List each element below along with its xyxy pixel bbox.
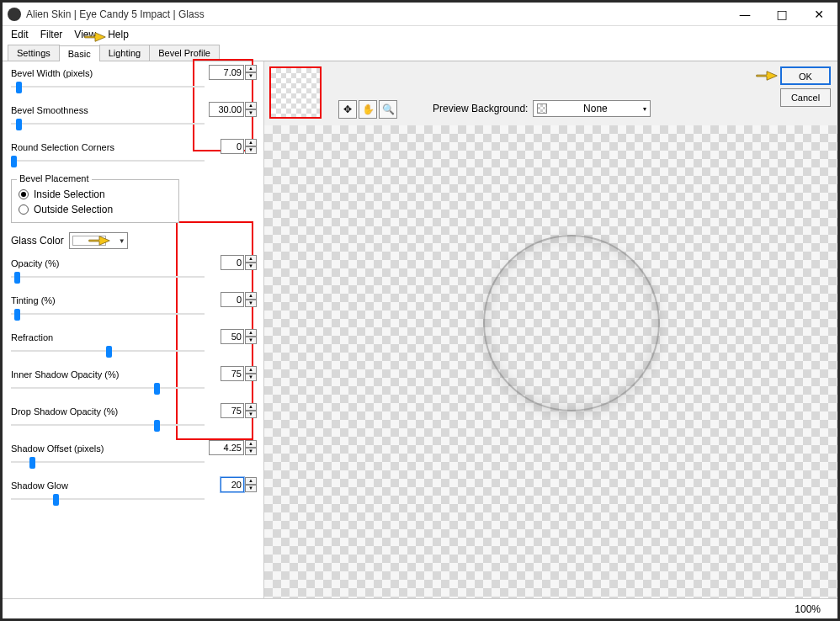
slider-thumb[interactable] <box>14 309 20 321</box>
spinner[interactable]: ▲▼ <box>245 366 257 381</box>
slider[interactable]: ▲▼ <box>11 117 255 130</box>
label: Refraction <box>11 332 255 342</box>
window-title: Alien Skin | Eye Candy 5 Impact | Glass <box>26 8 726 20</box>
preview-bg-label: Preview Background: <box>433 103 528 114</box>
value-input[interactable] <box>209 440 244 455</box>
tab-bevel-profile[interactable]: Bevel Profile <box>149 45 220 61</box>
value-input[interactable] <box>209 102 244 117</box>
spinner[interactable]: ▲▼ <box>245 477 257 492</box>
menu-filter[interactable]: Filter <box>40 29 63 40</box>
value-input[interactable] <box>221 329 244 344</box>
slider[interactable]: ▲▼ <box>11 270 255 284</box>
cancel-button[interactable]: Cancel <box>780 88 831 107</box>
spinner[interactable]: ▲▼ <box>245 292 257 307</box>
value-input[interactable] <box>209 65 244 80</box>
preview-bg-row: Preview Background: None ▾ <box>433 100 651 117</box>
value-input[interactable] <box>221 366 244 381</box>
maximize-button[interactable]: □ <box>763 3 800 25</box>
slider-track <box>11 424 205 426</box>
slider-thumb[interactable] <box>53 494 59 506</box>
tab-bar: Settings Basic Lighting Bevel Profile <box>3 43 837 61</box>
param-bevel-width: Bevel Width (pixels) ▲▼ <box>11 68 255 93</box>
slider[interactable]: ▲▼ <box>11 381 255 395</box>
app-icon <box>8 8 21 21</box>
slider-thumb[interactable] <box>29 457 35 469</box>
slider-track <box>11 276 205 278</box>
preview-thumbnail[interactable] <box>269 66 322 119</box>
spinner[interactable]: ▲▼ <box>245 139 257 154</box>
checker-icon <box>537 104 547 114</box>
glass-color-row: Glass Color <box>11 231 255 250</box>
glass-color-picker[interactable] <box>69 232 128 249</box>
preview-canvas[interactable] <box>264 125 837 598</box>
value-input[interactable] <box>221 477 244 492</box>
hand-tool-icon[interactable]: ✋ <box>359 100 377 119</box>
zoom-level: 100% <box>795 603 821 615</box>
slider-track <box>11 387 205 389</box>
app-window: Alien Skin | Eye Candy 5 Impact | Glass … <box>0 0 840 621</box>
param-round-corners: Round Selection Corners ▲▼ <box>11 142 255 167</box>
close-button[interactable]: ✕ <box>800 3 837 25</box>
slider-track <box>11 313 205 315</box>
slider[interactable]: ▲▼ <box>11 307 255 321</box>
label: Shadow Glow <box>11 480 255 491</box>
spinner[interactable]: ▲▼ <box>245 65 257 80</box>
param-bevel-smoothness: Bevel Smoothness ▲▼ <box>11 105 255 130</box>
cursor-pointer-icon <box>755 66 779 85</box>
slider-thumb[interactable] <box>154 383 160 395</box>
slider[interactable]: ▲▼ <box>11 455 255 469</box>
controls-panel: Bevel Width (pixels) ▲▼ Bevel Smoothness… <box>3 61 263 598</box>
preview-bg-combo[interactable]: None ▾ <box>533 100 651 117</box>
value-input[interactable] <box>221 292 244 307</box>
spinner[interactable]: ▲▼ <box>245 329 257 344</box>
menu-help[interactable]: Help <box>108 29 129 40</box>
slider[interactable]: ▲▼ <box>11 492 255 506</box>
content-area: Bevel Width (pixels) ▲▼ Bevel Smoothness… <box>3 61 837 598</box>
tab-basic[interactable]: Basic <box>59 45 100 61</box>
slider-thumb[interactable] <box>14 272 20 284</box>
radio-outside[interactable]: Outside Selection <box>19 204 172 215</box>
ok-button[interactable]: OK <box>780 66 831 85</box>
param-drop-shadow: Drop Shadow Opacity (%) ▲▼ <box>11 406 255 432</box>
spinner[interactable]: ▲▼ <box>245 440 257 455</box>
label: Drop Shadow Opacity (%) <box>11 406 255 417</box>
slider-thumb[interactable] <box>154 420 160 432</box>
move-tool-icon[interactable]: ✥ <box>338 100 357 119</box>
slider-thumb[interactable] <box>16 82 22 93</box>
value-input[interactable] <box>221 139 244 154</box>
param-tinting: Tinting (%) ▲▼ <box>11 295 255 321</box>
label: Opacity (%) <box>11 258 255 268</box>
zoom-tool-icon[interactable]: 🔍 <box>379 100 397 119</box>
radio-label: Inside Selection <box>34 188 105 200</box>
slider-thumb[interactable] <box>16 119 22 130</box>
label: Inner Shadow Opacity (%) <box>11 369 255 380</box>
spinner[interactable]: ▲▼ <box>245 403 257 418</box>
status-bar: 100% <box>3 598 837 618</box>
value-input[interactable] <box>221 255 244 270</box>
value-input[interactable] <box>221 403 244 418</box>
slider-track <box>11 160 205 162</box>
color-swatch <box>72 236 106 246</box>
slider[interactable]: ▲▼ <box>11 344 255 358</box>
slider[interactable]: ▲▼ <box>11 154 255 167</box>
slider-track <box>11 123 205 125</box>
tab-settings[interactable]: Settings <box>8 45 60 61</box>
slider-thumb[interactable] <box>106 346 112 358</box>
slider[interactable]: ▲▼ <box>11 80 255 93</box>
minimize-button[interactable]: — <box>726 3 763 25</box>
slider-track <box>11 498 205 500</box>
slider-track <box>11 86 205 88</box>
titlebar: Alien Skin | Eye Candy 5 Impact | Glass … <box>3 3 837 26</box>
menu-view[interactable]: View <box>74 29 96 40</box>
radio-label: Outside Selection <box>34 204 113 215</box>
spinner[interactable]: ▲▼ <box>245 255 257 270</box>
radio-icon <box>19 204 29 215</box>
slider-thumb[interactable] <box>11 156 17 167</box>
param-shadow-glow: Shadow Glow ▲▼ <box>11 480 255 506</box>
radio-inside[interactable]: Inside Selection <box>19 188 172 200</box>
radio-icon <box>19 189 29 199</box>
slider[interactable]: ▲▼ <box>11 418 255 432</box>
spinner[interactable]: ▲▼ <box>245 102 257 117</box>
tab-lighting[interactable]: Lighting <box>99 45 151 61</box>
menu-edit[interactable]: Edit <box>11 29 29 40</box>
